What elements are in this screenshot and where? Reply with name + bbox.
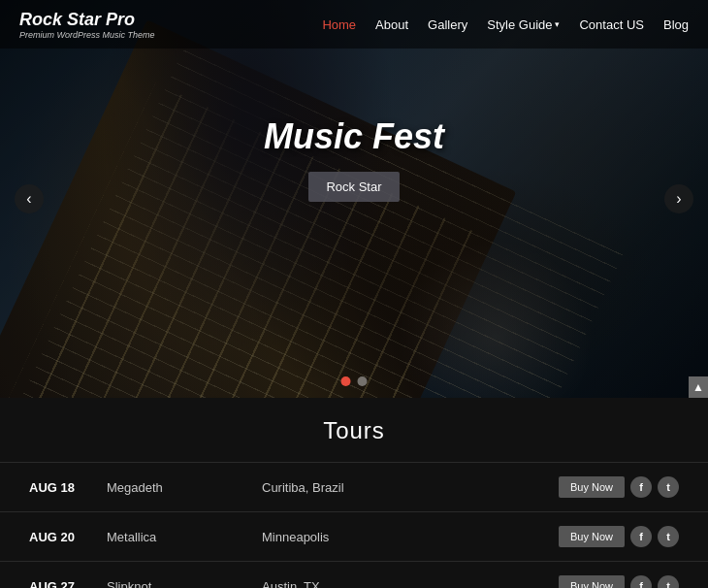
tour-actions: Buy Now f t: [559, 575, 679, 588]
tours-title: Tours: [0, 417, 708, 444]
facebook-icon[interactable]: f: [630, 526, 652, 547]
table-row: AUG 18 Megadeth Curitiba, Brazil Buy Now…: [0, 462, 708, 511]
slide-dot-2[interactable]: [358, 376, 368, 386]
tour-date: AUG 20: [29, 530, 107, 544]
nav-home[interactable]: Home: [322, 17, 356, 32]
tour-actions: Buy Now f t: [559, 526, 679, 547]
tour-location: Minneapolis: [262, 530, 559, 544]
tour-date: AUG 18: [29, 480, 107, 495]
tour-actions: Buy Now f t: [559, 476, 679, 498]
buy-now-button[interactable]: Buy Now: [559, 476, 625, 498]
tours-table: AUG 18 Megadeth Curitiba, Brazil Buy Now…: [0, 462, 708, 588]
slider-dots: [341, 376, 368, 386]
header: Rock Star Pro Premium WordPress Music Th…: [0, 0, 708, 49]
table-row: AUG 20 Metallica Minneapolis Buy Now f t: [0, 511, 708, 561]
slide-dot-1[interactable]: [341, 376, 351, 386]
nav-style-guide[interactable]: Style Guide ▾: [487, 17, 560, 32]
tours-section: Tours AUG 18 Megadeth Curitiba, Brazil B…: [0, 398, 708, 588]
navigation: Home About Gallery Style Guide ▾ Contact…: [322, 17, 689, 32]
tour-location: Austin, TX: [262, 579, 559, 589]
tour-artist: Megadeth: [107, 480, 262, 495]
buy-now-button[interactable]: Buy Now: [559, 575, 625, 588]
twitter-icon[interactable]: t: [658, 526, 679, 547]
next-slide-button[interactable]: ›: [664, 184, 693, 213]
hero-content: Music Fest Rock Star: [264, 116, 444, 202]
twitter-icon[interactable]: t: [658, 476, 679, 498]
logo-title: Rock Star Pro: [19, 10, 155, 30]
nav-about[interactable]: About: [375, 17, 408, 32]
nav-gallery[interactable]: Gallery: [428, 17, 467, 32]
tour-location: Curitiba, Brazil: [262, 480, 559, 495]
hero-cta-button[interactable]: Rock Star: [308, 172, 399, 202]
logo: Rock Star Pro Premium WordPress Music Th…: [19, 10, 155, 40]
tour-artist: Metallica: [107, 530, 262, 544]
nav-contact[interactable]: Contact US: [579, 17, 643, 32]
nav-blog[interactable]: Blog: [663, 17, 689, 32]
twitter-icon[interactable]: t: [658, 575, 679, 588]
hero-title: Music Fest: [264, 116, 444, 157]
logo-subtitle: Premium WordPress Music Theme: [19, 30, 155, 40]
table-row: AUG 27 Slipknot Austin, TX Buy Now f t: [0, 561, 708, 588]
tour-date: AUG 27: [29, 579, 107, 589]
prev-slide-button[interactable]: ‹: [15, 184, 44, 213]
chevron-down-icon: ▾: [555, 19, 560, 29]
scroll-up-button[interactable]: ▲: [689, 376, 708, 398]
facebook-icon[interactable]: f: [630, 575, 652, 588]
facebook-icon[interactable]: f: [630, 476, 652, 498]
hero-section: ‹ › Music Fest Rock Star ▲: [0, 0, 708, 398]
tour-artist: Slipknot: [107, 579, 262, 589]
buy-now-button[interactable]: Buy Now: [559, 526, 625, 547]
